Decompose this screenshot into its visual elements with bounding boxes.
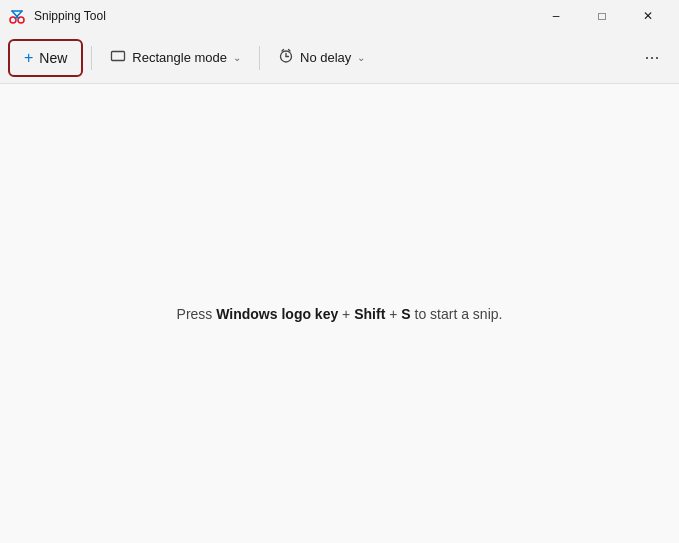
hint-key-s: S — [401, 306, 410, 322]
toolbar-separator-1 — [91, 46, 92, 70]
new-button-label: New — [39, 50, 67, 66]
hint-text: Press Windows logo key + Shift + S to st… — [177, 306, 503, 322]
rectangle-mode-icon — [110, 48, 126, 67]
new-button[interactable]: + New — [8, 39, 83, 77]
svg-line-9 — [282, 50, 284, 52]
delay-clock-icon — [278, 48, 294, 67]
more-options-icon: ··· — [644, 47, 659, 68]
minimize-button[interactable]: – — [533, 0, 579, 32]
app-title: Snipping Tool — [34, 9, 106, 23]
rectangle-mode-label: Rectangle mode — [132, 50, 227, 65]
rectangle-mode-chevron: ⌄ — [233, 52, 241, 63]
no-delay-label: No delay — [300, 50, 351, 65]
more-options-button[interactable]: ··· — [633, 39, 671, 77]
close-button[interactable]: ✕ — [625, 0, 671, 32]
title-bar: Snipping Tool – □ ✕ — [0, 0, 679, 32]
rectangle-mode-button[interactable]: Rectangle mode ⌄ — [100, 39, 251, 77]
maximize-button[interactable]: □ — [579, 0, 625, 32]
window-controls: – □ ✕ — [533, 0, 671, 32]
app-icon — [8, 7, 26, 25]
hint-key-windows: Windows logo key — [216, 306, 338, 322]
plus-icon: + — [24, 49, 33, 67]
no-delay-button[interactable]: No delay ⌄ — [268, 39, 375, 77]
hint-key-shift: Shift — [354, 306, 385, 322]
main-content: Press Windows logo key + Shift + S to st… — [0, 84, 679, 543]
toolbar: + New Rectangle mode ⌄ No delay ⌄ ··· — [0, 32, 679, 84]
toolbar-separator-2 — [259, 46, 260, 70]
svg-line-10 — [289, 50, 291, 52]
no-delay-chevron: ⌄ — [357, 52, 365, 63]
title-bar-left: Snipping Tool — [8, 7, 106, 25]
svg-rect-5 — [112, 52, 125, 61]
